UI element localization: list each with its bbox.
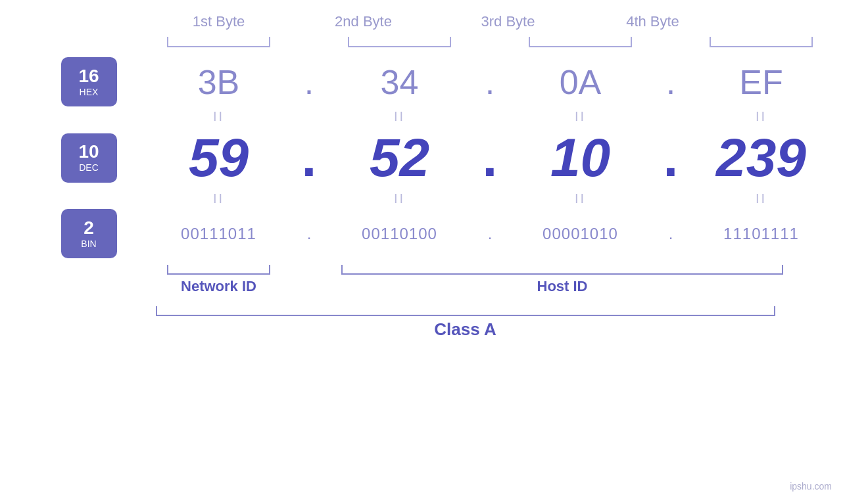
bin-byte-4: 11101111 [723, 225, 799, 243]
dec-byte-1: 59 [189, 127, 249, 189]
bottom-bracket-host [339, 263, 786, 275]
bin-dot-3: . [653, 225, 689, 243]
watermark: ipshu.com [790, 481, 832, 492]
top-bracket-3 [526, 35, 635, 47]
equals-2-b2: II [394, 191, 405, 206]
equals-1-b1: II [213, 109, 224, 124]
class-bracket [153, 305, 778, 317]
hex-badge: 16 HEX [61, 57, 117, 106]
dec-dot-1: . [291, 127, 327, 189]
hex-byte-1: 3B [198, 62, 240, 102]
host-id-label: Host ID [537, 278, 588, 294]
bottom-bracket-network [164, 263, 273, 275]
byte-label-1: 1st Byte [193, 13, 245, 30]
hex-byte-2: 34 [381, 62, 419, 102]
byte-label-2: 2nd Byte [335, 13, 392, 30]
dec-dot-3: . [653, 127, 689, 189]
hex-dot-2: . [472, 62, 508, 102]
bin-byte-2: 00110100 [362, 225, 437, 243]
dec-byte-4: 239 [716, 127, 806, 189]
hex-dot-3: . [653, 62, 689, 102]
top-bracket-4 [707, 35, 815, 47]
hex-byte-4: EF [739, 62, 783, 102]
class-label: Class A [153, 319, 778, 340]
dec-byte-3: 10 [550, 127, 610, 189]
byte-label-3: 3rd Byte [481, 13, 535, 30]
bin-byte-3: 00001010 [543, 225, 618, 243]
byte-label-4: 4th Byte [626, 13, 679, 30]
dec-badge: 10 DEC [61, 133, 117, 183]
equals-2-b4: II [756, 191, 767, 206]
bin-byte-1: 00111011 [181, 225, 256, 243]
hex-byte-3: 0A [560, 62, 602, 102]
bin-dot-2: . [472, 225, 508, 243]
equals-1-b2: II [394, 109, 405, 124]
dec-dot-2: . [472, 127, 508, 189]
equals-2-b3: II [575, 191, 586, 206]
equals-2-b1: II [213, 191, 224, 206]
bin-badge: 2 BIN [61, 209, 117, 258]
bin-dot-1: . [291, 225, 327, 243]
equals-1-b4: II [756, 109, 767, 124]
hex-dot-1: . [291, 62, 327, 102]
network-id-label: Network ID [181, 278, 256, 294]
dec-byte-2: 52 [370, 127, 429, 189]
top-bracket-2 [345, 35, 454, 47]
top-bracket-1 [164, 35, 273, 47]
equals-1-b3: II [575, 109, 586, 124]
